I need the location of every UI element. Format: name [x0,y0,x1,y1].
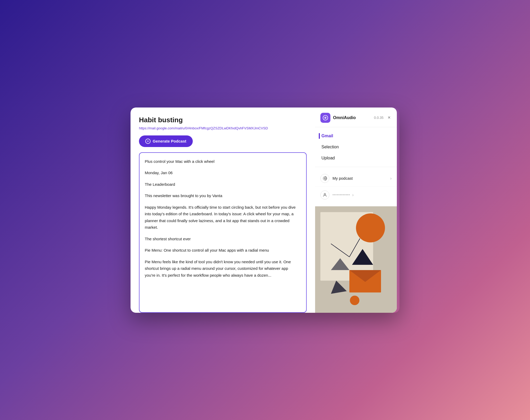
nav-label-selection: Selection [321,145,339,149]
content-p3: The Leaderboard [145,181,299,188]
content-p4: This newsletter was brought to you by Va… [145,192,299,199]
nav-label-upload: Upload [321,156,335,160]
page-url[interactable]: https://mail.google.com/mail/u/0/#inbox/… [139,126,307,130]
nav-item-selection[interactable]: Selection [315,141,397,153]
content-p2: Monday, Jan 06 [145,169,299,176]
my-podcast-label: My podcast [333,176,388,180]
nav-label-gmail: Gmail [321,134,333,138]
right-panel: OmniAudio 0.0.35 × Gmail Selection Uploa… [315,108,397,313]
my-podcast-link[interactable]: My podcast › [315,170,397,187]
content-text: Plus control your Mac with a click wheel… [145,158,299,279]
content-scroll[interactable]: Plus control your Mac with a click wheel… [145,158,302,300]
generate-podcast-button[interactable]: + Generate Podcast [139,135,193,147]
content-p6: The shortest shortcut ever [145,236,299,242]
svg-point-8 [356,213,385,242]
svg-point-2 [325,117,326,118]
app-version: 0.0.35 [374,116,383,120]
artwork-svg [315,206,397,313]
content-p8: Pie Menu feels like the kind of tool you… [145,258,299,279]
nav-menu: Gmail Selection Upload [315,127,397,167]
right-background-art [315,206,397,313]
user-link[interactable]: •••••••••••• › [315,187,397,203]
content-p1: Plus control your Mac with a click wheel [145,158,299,165]
omni-logo [320,113,330,123]
svg-point-3 [324,178,326,179]
modal-container: Habit busting https://mail.google.com/ma… [131,108,399,313]
user-label: •••••••••••• [333,193,350,197]
app-name: OmniAudio [333,115,374,120]
content-box: Plus control your Mac with a click wheel… [139,152,307,313]
close-icon: × [388,115,391,120]
content-p5: Happy Monday legends. It's officially ti… [145,204,299,231]
close-button[interactable]: × [387,114,392,121]
user-icon [320,191,329,199]
nav-item-upload[interactable]: Upload [315,153,397,164]
left-panel: Habit busting https://mail.google.com/ma… [131,108,315,313]
plus-icon: + [145,139,151,144]
svg-point-4 [324,177,326,180]
svg-point-15 [350,296,359,305]
nav-item-gmail[interactable]: Gmail [315,130,397,141]
podcast-icon [320,174,329,183]
page-title: Habit busting [139,116,307,124]
omniaudio-header: OmniAudio 0.0.35 × [315,108,397,127]
podcast-chevron-icon: › [390,176,392,181]
nav-section: My podcast › •••••••••••• › [315,167,397,206]
content-p7: Pie Menu: One shortcut to control all yo… [145,247,299,254]
user-chevron-icon: › [352,193,354,197]
svg-point-5 [324,193,326,195]
generate-podcast-label: Generate Podcast [153,139,186,143]
omni-logo-icon [322,115,328,121]
